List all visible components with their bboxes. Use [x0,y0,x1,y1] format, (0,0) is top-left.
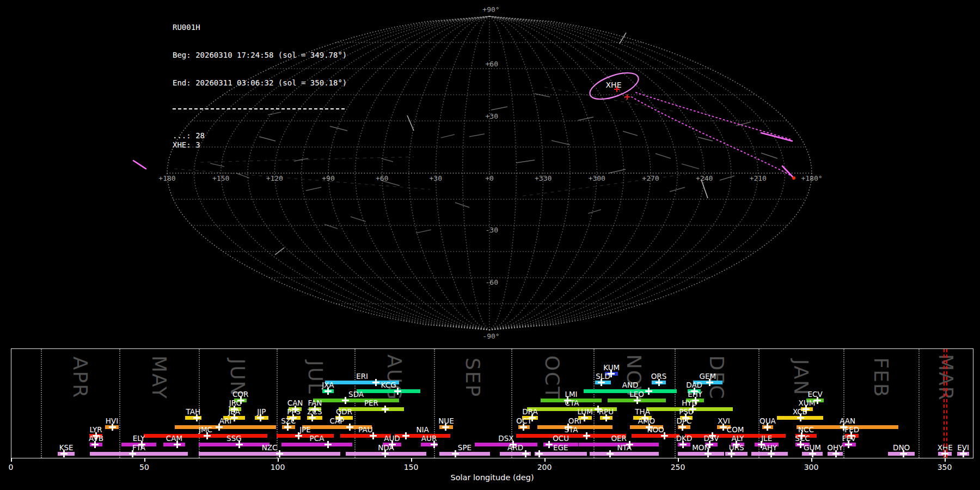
current-sol-marker [946,349,947,458]
lon-label: +270 [642,174,659,182]
shower-label: COM [727,425,744,434]
x-axis-tick [811,458,812,462]
shower-peak-marker [394,388,401,395]
lat-label: +30 [486,112,498,120]
meteor-trail-bright [133,161,146,169]
pole-label-south: -90° [482,332,499,340]
lat-label: -60 [486,278,498,286]
shower-bar [590,452,659,456]
shower-peak-marker [174,441,181,448]
shower-peak-marker [607,450,614,457]
shower-peak-marker [520,424,527,431]
x-axis-tick-label: 150 [404,463,419,471]
lon-label: +180 [158,174,175,182]
lon-label: +60 [376,174,388,182]
meteor-trail [670,187,685,192]
shower-peak-marker [216,424,223,431]
lon-label: +150 [212,174,229,182]
meteor-trail-bright [782,166,794,178]
lat-label: -30 [486,226,498,234]
shower-peak-marker [91,441,99,448]
shower-label: NZC [262,443,278,452]
shower-peak-marker [705,450,712,457]
month-gridline [354,349,356,458]
shower-bar [313,399,399,402]
shower-peak-marker [797,414,804,421]
shower-peak-marker [346,424,353,431]
lon-label: +0 [485,174,494,182]
shower-peak-marker [728,450,735,457]
shower-bar [199,452,340,456]
shower-peak-marker [442,424,449,431]
x-axis-tick-label: 0 [9,463,14,471]
shower-label: NIA [416,425,428,434]
shower-peak-marker [720,424,727,431]
shower-bar [678,452,724,456]
meteor-trail [351,217,366,222]
sky-map: +180+150+120+90+60+30+0+330+300+270+240+… [0,0,980,354]
lon-label: +240 [696,174,713,182]
shower-label: PER [364,399,378,407]
shower-peak-marker [129,450,136,457]
map-meridian [489,16,758,330]
month-label: MAY [148,356,170,400]
radiant-label: XHE [606,81,622,89]
shower-peak-marker [679,441,687,448]
meteor-trail [407,115,414,131]
activity-timeline-chart: APRMAYJUNJULAUGSEPOCTNOVDECJANFEBMARKUME… [11,348,973,458]
shower-peak-marker [634,397,641,404]
shower-label: AND [622,381,639,389]
month-gridline [593,349,595,458]
shower-label: ERI [356,372,368,381]
month-label: APR [69,357,91,399]
lon-label: +30 [430,174,442,182]
month-gridline [119,349,120,458]
shower-peak-marker [706,379,713,386]
month-label: FEB [870,357,892,397]
shower-peak-marker [661,432,668,439]
meteor-trail [455,203,469,207]
meteor-trail [324,224,338,229]
x-axis-title: Solar longitude (deg) [450,473,534,482]
shower-bar [357,389,420,393]
x-axis-tick-label: 200 [537,463,552,471]
meteor-trail [578,117,593,120]
trail-end-dot [792,176,795,180]
shower-peak-marker [546,441,553,448]
station-id: RU001H [173,23,347,32]
shower-bar [439,452,490,456]
shower-bar [175,425,276,429]
shower-peak-marker [236,441,243,448]
shower-label: KCG [381,381,396,389]
shower-peak-marker [679,424,686,431]
meteor-trail [306,187,321,191]
shower-label: CAP [330,416,345,425]
x-axis-tick-label: 300 [804,463,819,471]
shower-bar [199,443,270,446]
shower-label: CTA [565,399,579,407]
shower-bar [90,452,188,456]
meteor-trail [535,94,550,97]
shower-peak-marker [768,450,775,457]
x-axis-tick-label: 100 [271,463,285,471]
meteor-trail [236,173,249,178]
meteor-trail [698,137,713,141]
lon-label: +210 [750,174,767,182]
month-gridline [199,349,200,458]
shower-peak-marker [109,424,116,431]
current-sol-marker [944,349,945,458]
x-axis-tick-label: 350 [938,463,952,471]
shower-peak-marker [583,432,590,439]
shower-peak-marker [204,432,211,439]
shower-peak-marker [295,432,302,439]
session-info-panel: RU001H Beg: 20260310 17:24:58 (sol = 349… [173,4,347,168]
shower-peak-marker [284,424,291,431]
x-axis-tick [544,458,546,462]
shower-peak-marker [193,414,200,421]
shower-peak-marker [941,450,948,457]
meteor-observation-screen: +180+150+120+90+60+30+0+330+300+270+240+… [0,0,980,490]
month-gridline [41,349,42,458]
lon-label: +300 [589,174,605,182]
shower-label: STA [564,425,578,434]
shower-label: PCA [310,434,324,443]
